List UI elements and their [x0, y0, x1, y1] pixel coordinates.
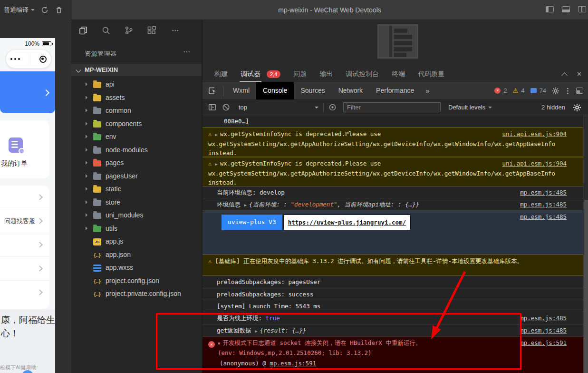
uview-url-link[interactable]: https://uview-plus.jiangruyi.com/ — [288, 219, 406, 226]
maximize-panel-icon[interactable] — [561, 72, 568, 79]
console-filter-input[interactable] — [343, 102, 441, 112]
doc-bar — [394, 41, 412, 45]
source-link[interactable]: mp.esm.js:485 — [520, 314, 567, 323]
extensions-icon[interactable] — [147, 26, 156, 35]
tree-item-project-config[interactable]: {..}project.config.json — [71, 275, 202, 288]
collapse-icon[interactable] — [218, 341, 220, 346]
promo-section: 康，阿福给生 心！ 松模下AI健康助: — [0, 309, 55, 373]
more-options-icon[interactable] — [10, 58, 21, 60]
tree-item-node-modules[interactable]: node-modules — [71, 144, 202, 157]
scrollbar-thumb[interactable] — [584, 200, 588, 373]
tab-output[interactable]: 输出 — [319, 70, 333, 79]
clear-cache-button[interactable] — [55, 6, 63, 14]
close-target-icon[interactable] — [39, 56, 47, 63]
refresh-button[interactable] — [40, 6, 49, 14]
tree-item-common[interactable]: common — [71, 104, 202, 118]
list-item[interactable] — [0, 257, 49, 281]
console-toolbar: top Default levels 2 hidden — [202, 100, 588, 115]
devtools-settings-icon[interactable] — [552, 87, 559, 95]
toggle-bottom-panel-icon[interactable] — [562, 6, 570, 12]
files-icon[interactable] — [78, 26, 88, 35]
json-file-icon: {..} — [93, 291, 101, 298]
console-scrollbar[interactable] — [583, 115, 588, 373]
orders-card[interactable]: 我的订单 — [0, 120, 49, 178]
explorer-more-icon[interactable]: ⋯ — [183, 48, 191, 56]
error-count[interactable]: 2 — [503, 87, 507, 94]
tree-item-app-json[interactable]: {..}app.json — [71, 248, 202, 262]
tree-item-project-private-config[interactable]: {..}project.private.config.json — [71, 287, 202, 301]
source-link[interactable]: uni.api.esm.js:904 — [502, 129, 567, 138]
compile-mode-dropdown[interactable]: 普通编译 — [4, 6, 35, 14]
more-tabs-icon[interactable]: » — [421, 87, 434, 95]
close-panel-icon[interactable]: × — [577, 70, 581, 78]
tab-wxml[interactable]: Wxml — [226, 82, 256, 99]
tab-debug-console[interactable]: 调试控制台 — [346, 70, 379, 79]
live-expression-eye-icon[interactable] — [328, 103, 337, 111]
source-link[interactable]: uni.api.esm.js:904 — [502, 159, 567, 168]
tab-debugger[interactable]: 调试器 — [241, 70, 260, 79]
tab-network[interactable]: Network — [332, 82, 369, 99]
expand-icon[interactable] — [255, 329, 257, 334]
tree-item-app-wxss[interactable]: app.wxss — [71, 261, 202, 275]
log-levels-dropdown[interactable]: Default levels — [448, 104, 492, 111]
tab-sources[interactable]: Sources — [294, 82, 331, 99]
string-value: "development" — [291, 201, 337, 208]
expand-icon[interactable] — [215, 132, 217, 137]
chevron-right-icon — [86, 200, 89, 204]
source-control-icon[interactable] — [124, 26, 134, 35]
tree-item-assets[interactable]: assets — [71, 91, 202, 105]
more-actions-icon[interactable]: ⋯ — [172, 26, 180, 35]
toggle-left-panel-icon[interactable] — [546, 6, 554, 12]
source-link[interactable]: mp.esm.js:485 — [520, 326, 567, 335]
list-item[interactable] — [0, 281, 49, 304]
tree-item-api[interactable]: api — [71, 78, 202, 91]
folder-icon-static — [93, 186, 101, 193]
source-link[interactable]: mp.esm.js:485 — [520, 200, 567, 209]
log-text[interactable]: 008e0…] — [224, 118, 249, 125]
stack-source-link[interactable]: mp.esm.js:591 — [270, 360, 316, 367]
toggle-split-panel-icon[interactable] — [578, 6, 586, 12]
source-link[interactable]: mp.esm.js:591 — [520, 338, 567, 347]
context-selector[interactable]: top — [239, 104, 318, 111]
tab-problems[interactable]: 问题 — [293, 70, 307, 79]
expand-icon[interactable] — [215, 162, 217, 167]
source-link[interactable]: mp.esm.js:485 — [520, 212, 567, 221]
tree-item-pages[interactable]: pages — [71, 157, 202, 170]
tree-item-app-js[interactable]: JSapp.js — [71, 235, 202, 248]
inspect-element-icon[interactable] — [208, 86, 217, 95]
search-icon[interactable] — [101, 26, 111, 35]
tree-item-utils[interactable]: utils — [71, 222, 202, 236]
error-icon: × — [208, 341, 215, 348]
source-link[interactable]: mp.esm.js:485 — [520, 188, 567, 197]
tree-item-pagesUser[interactable]: pagesUser — [71, 170, 202, 183]
tab-code-quality[interactable]: 代码质量 — [418, 70, 444, 79]
tree-item-static[interactable]: static — [71, 183, 202, 196]
message-count[interactable]: 74 — [540, 87, 546, 94]
chevron-right-icon — [86, 161, 89, 165]
tab-console[interactable]: Console — [256, 82, 294, 99]
tree-item-components[interactable]: components — [71, 118, 202, 131]
more-options-icon[interactable]: ⋮ — [564, 87, 571, 95]
log-text: preloadSubpackages: pagesUser — [217, 278, 320, 285]
promo-banner[interactable] — [0, 71, 55, 113]
console-sidebar-icon[interactable] — [208, 103, 216, 111]
hidden-messages-label[interactable]: 2 hidden — [541, 104, 565, 111]
tree-root-mp-weixin[interactable]: MP-WEIXIN — [71, 64, 202, 76]
tab-build[interactable]: 构建 — [214, 70, 228, 79]
clear-console-icon[interactable] — [222, 103, 230, 111]
tab-terminal[interactable]: 终端 — [392, 70, 405, 79]
promo-text-line1: 康，阿福给生 — [1, 314, 55, 326]
tab-performance[interactable]: Performance — [369, 82, 421, 99]
tree-item-uni_modules[interactable]: uni_modules — [71, 209, 202, 222]
console-settings-icon[interactable] — [573, 103, 581, 112]
expand-icon[interactable] — [244, 203, 247, 207]
dock-side-icon[interactable] — [576, 88, 583, 94]
folder-icon-pagesUser — [93, 174, 101, 180]
list-item[interactable] — [0, 186, 49, 209]
list-item[interactable] — [0, 233, 49, 257]
tree-item-env[interactable]: env — [71, 130, 202, 144]
tree-item-store[interactable]: store — [71, 196, 202, 209]
warning-count[interactable]: 4 — [521, 87, 524, 94]
chevron-right-icon — [86, 148, 89, 152]
list-item-customer-service[interactable]: 问题找客服 — [0, 209, 49, 233]
